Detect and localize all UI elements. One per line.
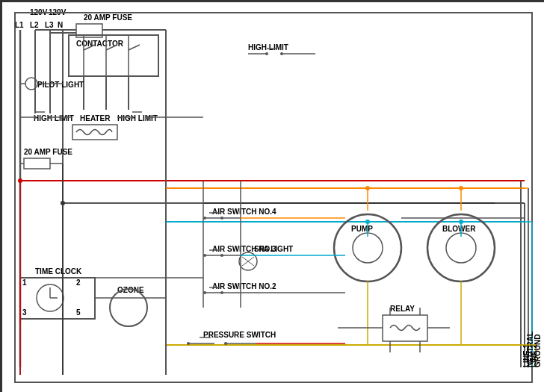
wiring-diagram: 120V 120V L1 L2 L3 N 20 AMP FUSE CONTACT… (0, 0, 544, 392)
fuse-bottom-label: 20 AMP FUSE (24, 148, 72, 156)
heater-label: HEATER (80, 114, 111, 122)
svg-point-123 (18, 178, 22, 183)
pump-label: PUMP (351, 225, 373, 233)
svg-point-125 (365, 186, 370, 190)
pressure-switch-label: PRESSURE SWITCH (203, 331, 276, 339)
svg-point-128 (459, 220, 463, 224)
time-clock-label: TIME CLOCK (35, 267, 82, 276)
relay-label: RELAY (390, 305, 415, 313)
high-limit-2-label: HIGH LIMIT (117, 114, 158, 122)
svg-text:N: N (58, 21, 63, 29)
air-switch-3-label: AIR SWITCH NO.2 (212, 282, 276, 290)
svg-point-127 (365, 220, 370, 224)
svg-text:L1: L1 (15, 21, 24, 29)
svg-text:GROUND: GROUND (534, 335, 542, 367)
svg-point-44 (265, 52, 268, 55)
pilot-light-label: PILOT LIGHT (37, 81, 84, 89)
spa-light-label: SPA LIGHT (254, 245, 293, 253)
svg-point-124 (61, 201, 65, 205)
blower-label: BLOWER (442, 225, 476, 233)
svg-text:L2: L2 (30, 21, 39, 29)
high-limit-1-label: HIGH LIMIT (34, 114, 74, 122)
air-switch-1-label: AIR SWITCH NO.4 (212, 208, 276, 216)
svg-text:1: 1 (22, 279, 27, 287)
svg-text:L3: L3 (45, 21, 54, 29)
svg-point-93 (187, 342, 190, 345)
svg-text:3: 3 (22, 308, 27, 317)
svg-text:5: 5 (76, 308, 81, 317)
svg-point-30 (34, 116, 37, 119)
svg-point-126 (459, 186, 463, 190)
svg-text:2: 2 (76, 279, 81, 287)
high-limit-3-label: HIGH LIMIT (248, 43, 288, 52)
fuse-top-label: 20 AMP FUSE (84, 13, 132, 22)
svg-point-36 (131, 116, 134, 119)
